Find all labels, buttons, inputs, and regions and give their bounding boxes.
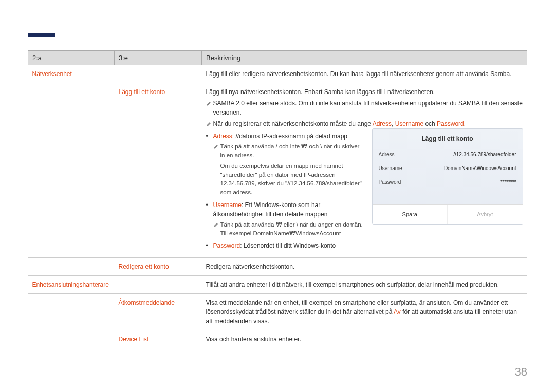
header-accent	[28, 33, 55, 37]
cell-desc: Visa och hantera anslutna enheter.	[202, 330, 527, 348]
cell-desc: Lägg till eller redigera nätverksenhetsk…	[202, 65, 527, 83]
pencil-icon	[206, 100, 211, 105]
table-row: Device List Visa och hantera anslutna en…	[28, 330, 527, 348]
table-row: Redigera ett konto Redigera nätverksenhe…	[28, 258, 527, 276]
bullet-item: Username: Ett Windows-konto som har åtko…	[206, 200, 364, 238]
cell-c1	[28, 83, 115, 258]
cell-c1: Nätverksenhet	[28, 65, 115, 83]
cell-c1	[28, 294, 115, 330]
table-row: Enhetsanslutningshanterare Tillåt att an…	[28, 276, 527, 294]
note-line: När du registrerar ett nätverksenhetskon…	[206, 119, 523, 128]
bullet-area: Adress: //datorns IP-adress/namn på dela…	[206, 128, 364, 253]
pencil-icon	[213, 143, 218, 152]
cell-c2: Redigera ett konto	[115, 258, 202, 276]
cell-c2	[115, 276, 202, 294]
cell-c2: Lägg till ett konto	[115, 83, 202, 258]
cell-c1	[28, 258, 115, 276]
pencil-icon	[213, 221, 218, 230]
cell-c1: Enhetsanslutningshanterare	[28, 276, 115, 294]
th-col3: Beskrivning	[202, 51, 527, 65]
cell-c2	[115, 65, 202, 83]
save-button[interactable]: Spara	[373, 205, 448, 224]
bullet-item: Password: Lösenordet till ditt Windows-k…	[206, 241, 364, 250]
bullet-item: Adress: //datorns IP-adress/namn på dela…	[206, 132, 364, 197]
cell-c1	[28, 330, 115, 348]
sub-note: Tänk på att använda / och inte ₩ och \ n…	[213, 142, 364, 160]
dialog-title: Lägg till ett konto	[373, 129, 523, 147]
table-row: Nätverksenhet Lägg till eller redigera n…	[28, 65, 527, 83]
table-row: Lägg till ett konto Lägg till nya nätver…	[28, 83, 527, 258]
note-line: SAMBA 2.0 eller senare stöds. Om du inte…	[206, 99, 523, 117]
page-number: 38	[515, 365, 527, 379]
th-col2: 3:e	[115, 51, 202, 65]
dialog-row: Password********	[373, 175, 523, 189]
cell-desc: Lägg till nya nätverksenhetskonton. Enba…	[202, 83, 527, 258]
cell-desc: Redigera nätverksenhetskonton.	[202, 258, 527, 276]
dialog-row: Adress//12.34.56.789/sharedfolder	[373, 147, 523, 161]
cell-c2: Device List	[115, 330, 202, 348]
intro-text: Lägg till nya nätverksenhetskonton. Enba…	[206, 87, 523, 97]
sub-note: Om du exempelvis delar en mapp med namne…	[213, 162, 364, 197]
table-row: Åtkomstmeddelande Visa ett meddelande nä…	[28, 294, 527, 330]
settings-table: 2:a 3:e Beskrivning Nätverksenhet Lägg t…	[28, 50, 527, 348]
cell-c2: Åtkomstmeddelande	[115, 294, 202, 330]
dialog-row: UsernameDomainName\WindowsAccount	[373, 161, 523, 175]
header-rule	[28, 33, 527, 33]
note-text: När du registrerar ett nätverksenhetskon…	[213, 120, 466, 127]
cell-desc: Tillåt att andra enheter i ditt nätverk,…	[202, 276, 527, 294]
pencil-icon	[206, 120, 211, 125]
th-col1: 2:a	[28, 51, 115, 65]
note-text: SAMBA 2.0 eller senare stöds. Om du inte…	[213, 100, 523, 116]
cell-desc: Visa ett meddelande när en enhet, till e…	[202, 294, 527, 330]
add-account-dialog: Lägg till ett konto Adress//12.34.56.789…	[372, 128, 523, 225]
cancel-button[interactable]: Avbryt	[448, 205, 523, 224]
sub-note: Tänk på att använda ₩ eller \ när du ang…	[213, 220, 364, 238]
content: 2:a 3:e Beskrivning Nätverksenhet Lägg t…	[28, 50, 527, 348]
